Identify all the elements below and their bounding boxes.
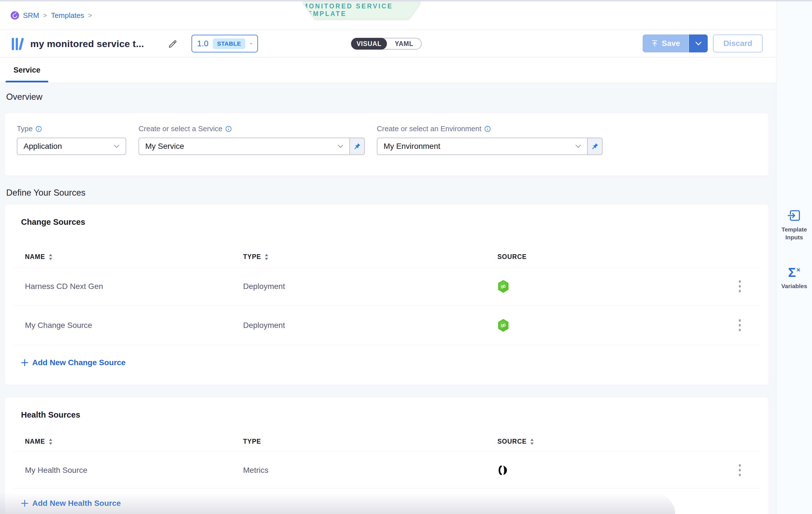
info-icon[interactable] [484,126,491,132]
tab-service[interactable]: Service [6,58,48,82]
harness-cd-icon: ∞ [497,305,509,345]
change-source-name: Harness CD Next Gen [25,267,103,305]
chevron-down-icon [250,42,252,46]
save-button[interactable]: Save [643,34,689,52]
health-sources-title: Health Sources [21,410,80,420]
change-source-row[interactable]: Harness CD Next Gen Deployment ∞ [13,267,760,305]
save-options-button[interactable] [689,34,708,52]
save-label: Save [662,39,680,48]
health-source-type: Metrics [243,452,268,488]
type-select-value: Application [24,142,62,151]
define-sources-heading: Define Your Sources [6,188,86,198]
column-header-type: TYPE [243,438,261,445]
plus-icon [21,500,28,507]
main-content: Overview Type Application [0,82,776,514]
field-type: Type Application [17,124,126,155]
version-number: 1.0 [197,39,208,48]
change-source-type: Deployment [243,305,285,345]
pin-service-button[interactable] [350,138,365,155]
service-select[interactable]: My Service [139,138,350,155]
chevron-down-icon [114,145,119,148]
field-environment: Create or select an Environment My Envir… [377,124,603,155]
title-bar: my monitored service t... 1.0 STABLE VIS… [0,30,776,57]
page-title: my monitored service t... [30,30,144,57]
template-inputs-label: Template Inputs [779,225,810,242]
version-status-badge: STABLE [213,38,245,49]
chevron-down-icon [338,145,343,148]
row-options-button[interactable] [733,462,746,479]
variables-button[interactable]: Σ× Variables [776,266,812,290]
row-options-button[interactable] [733,317,746,334]
column-header-type: TYPE [243,253,261,261]
toggle-visual[interactable]: VISUAL [351,38,387,50]
breadcrumb-separator: > [43,11,47,19]
variables-label: Variables [779,282,810,290]
overview-card: Type Application Create or se [5,113,768,176]
pin-icon [354,143,361,150]
row-options-button[interactable] [733,278,746,295]
field-label: Type [17,124,32,133]
right-rail: Template Inputs Σ× Variables [776,1,812,514]
pin-icon [591,143,599,150]
add-health-source-button[interactable]: Add New Health Source [21,499,121,508]
change-source-row[interactable]: My Change Source Deployment ∞ [13,305,760,345]
health-sources-card: Health Sources NAME TYPE SOURCE [5,397,768,514]
field-label: Create or select an Environment [377,124,482,133]
template-inputs-icon [787,209,801,222]
edit-title-button[interactable] [168,39,178,49]
field-service: Create or select a Service My Service [139,124,365,155]
version-selector[interactable]: 1.0 STABLE [192,35,258,52]
add-change-source-label: Add New Change Source [32,358,126,367]
discard-button[interactable]: Discard [713,34,763,52]
chevron-down-icon [575,145,581,148]
template-icon [11,37,27,52]
environment-select[interactable]: My Environment [377,138,588,155]
sort-icon[interactable] [49,438,53,445]
add-change-source-button[interactable]: Add New Change Source [21,358,126,367]
tab-bar: Service [0,58,776,82]
pencil-icon [168,39,177,49]
template-type-badge: MONITORED SERVICE TEMPLATE [302,1,421,19]
upload-icon [651,40,658,47]
variables-icon: Σ× [788,266,801,279]
sort-icon[interactable] [530,438,534,445]
breadcrumb-templates-link[interactable]: Templates [51,11,84,20]
change-sources-header-row: NAME TYPE SOURCE [13,247,760,267]
column-header-source: SOURCE [497,438,527,445]
column-header-name: NAME [25,438,45,445]
pin-environment-button[interactable] [588,138,603,155]
srm-module-icon[interactable] [11,11,19,20]
save-split-button: Save [643,34,708,52]
sort-icon[interactable] [49,254,53,260]
change-sources-title: Change Sources [21,217,85,227]
info-icon[interactable] [35,126,42,132]
column-header-name: NAME [25,253,45,261]
harness-cd-icon: ∞ [497,267,509,305]
health-source-name: My Health Source [25,452,87,488]
visual-yaml-toggle: VISUAL YAML [351,38,422,50]
appdynamics-icon [497,452,508,488]
field-label: Create or select a Service [139,124,222,133]
health-source-row[interactable]: My Health Source Metrics [13,452,760,489]
add-health-source-label: Add New Health Source [32,499,121,508]
sort-icon[interactable] [264,254,269,260]
column-header-source: SOURCE [497,253,527,261]
change-sources-card: Change Sources NAME TYPE SOURCE [5,205,768,385]
change-source-name: My Change Source [25,305,92,345]
type-select[interactable]: Application [17,138,126,155]
breadcrumb-separator: > [88,11,92,19]
plus-icon [21,359,28,366]
change-source-type: Deployment [243,267,285,305]
toggle-yaml[interactable]: YAML [387,38,421,49]
chevron-down-icon [695,41,702,46]
info-icon[interactable] [225,126,232,132]
environment-select-value: My Environment [383,142,440,151]
service-select-value: My Service [145,142,184,151]
monitored-service-template-page: SRM > Templates > MONITORED SERVICE TEMP… [0,0,812,514]
overview-heading: Overview [6,92,42,102]
health-sources-header-row: NAME TYPE SOURCE [13,432,760,452]
breadcrumb-srm-link[interactable]: SRM [23,11,39,20]
template-type-badge-label: MONITORED SERVICE TEMPLATE [302,1,421,19]
template-inputs-button[interactable]: Template Inputs [776,209,812,242]
